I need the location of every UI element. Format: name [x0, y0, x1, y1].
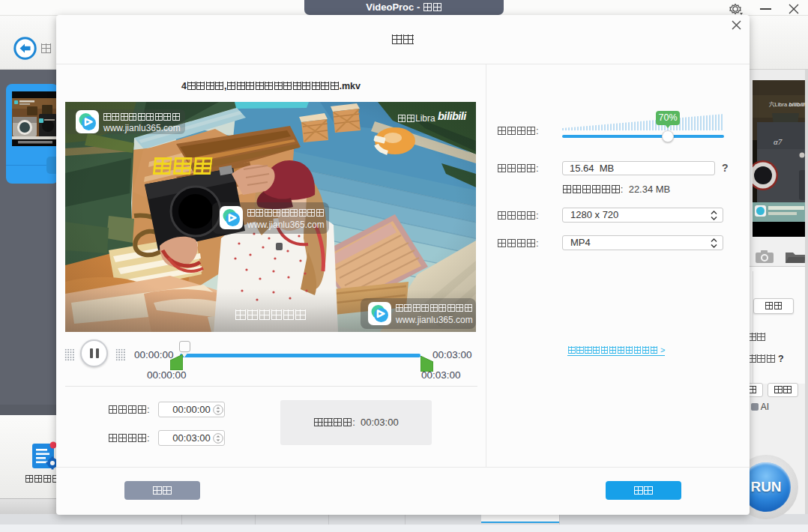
svg-text:六Libra bilibili: 六Libra bilibili	[769, 101, 806, 108]
svg-text:α7: α7	[774, 137, 783, 146]
